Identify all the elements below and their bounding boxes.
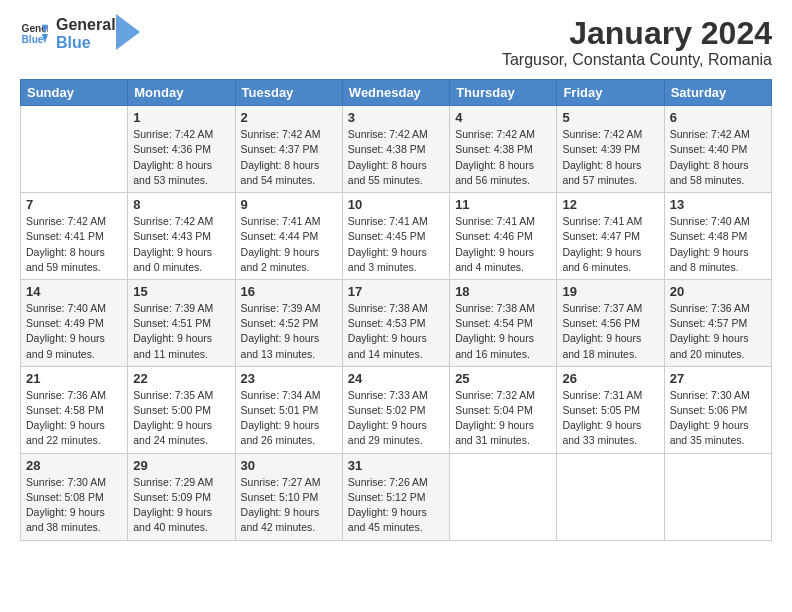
sunrise-text: Sunrise: 7:39 AM <box>241 302 321 314</box>
title-block: January 2024 Targusor, Constanta County,… <box>502 16 772 69</box>
daylight-text: Daylight: 9 hours and 6 minutes. <box>562 246 641 273</box>
sunset-text: Sunset: 5:06 PM <box>670 404 748 416</box>
header-saturday: Saturday <box>664 80 771 106</box>
day-number: 26 <box>562 371 658 386</box>
sunrise-text: Sunrise: 7:30 AM <box>670 389 750 401</box>
table-row <box>557 453 664 540</box>
logo-general: General <box>56 16 116 34</box>
table-row: 4 Sunrise: 7:42 AM Sunset: 4:38 PM Dayli… <box>450 106 557 193</box>
daylight-text: Daylight: 9 hours and 24 minutes. <box>133 419 212 446</box>
sunset-text: Sunset: 5:01 PM <box>241 404 319 416</box>
table-row: 1 Sunrise: 7:42 AM Sunset: 4:36 PM Dayli… <box>128 106 235 193</box>
daylight-text: Daylight: 9 hours and 38 minutes. <box>26 506 105 533</box>
sunrise-text: Sunrise: 7:38 AM <box>348 302 428 314</box>
sunrise-text: Sunrise: 7:32 AM <box>455 389 535 401</box>
day-number: 28 <box>26 458 122 473</box>
daylight-text: Daylight: 9 hours and 8 minutes. <box>670 246 749 273</box>
sunrise-text: Sunrise: 7:42 AM <box>133 215 213 227</box>
table-row: 9 Sunrise: 7:41 AM Sunset: 4:44 PM Dayli… <box>235 193 342 280</box>
day-number: 25 <box>455 371 551 386</box>
table-row: 28 Sunrise: 7:30 AM Sunset: 5:08 PM Dayl… <box>21 453 128 540</box>
sunset-text: Sunset: 4:54 PM <box>455 317 533 329</box>
daylight-text: Daylight: 9 hours and 31 minutes. <box>455 419 534 446</box>
day-number: 19 <box>562 284 658 299</box>
calendar-week-row: 28 Sunrise: 7:30 AM Sunset: 5:08 PM Dayl… <box>21 453 772 540</box>
daylight-text: Daylight: 9 hours and 35 minutes. <box>670 419 749 446</box>
daylight-text: Daylight: 8 hours and 57 minutes. <box>562 159 641 186</box>
table-row: 23 Sunrise: 7:34 AM Sunset: 5:01 PM Dayl… <box>235 366 342 453</box>
table-row: 19 Sunrise: 7:37 AM Sunset: 4:56 PM Dayl… <box>557 279 664 366</box>
calendar-table: Sunday Monday Tuesday Wednesday Thursday… <box>20 79 772 540</box>
sunrise-text: Sunrise: 7:40 AM <box>26 302 106 314</box>
day-number: 10 <box>348 197 444 212</box>
logo-icon: General Blue <box>20 20 48 48</box>
table-row: 7 Sunrise: 7:42 AM Sunset: 4:41 PM Dayli… <box>21 193 128 280</box>
table-row: 8 Sunrise: 7:42 AM Sunset: 4:43 PM Dayli… <box>128 193 235 280</box>
calendar-subtitle: Targusor, Constanta County, Romania <box>502 51 772 69</box>
daylight-text: Daylight: 9 hours and 4 minutes. <box>455 246 534 273</box>
table-row: 18 Sunrise: 7:38 AM Sunset: 4:54 PM Dayl… <box>450 279 557 366</box>
table-row: 26 Sunrise: 7:31 AM Sunset: 5:05 PM Dayl… <box>557 366 664 453</box>
sunrise-text: Sunrise: 7:39 AM <box>133 302 213 314</box>
daylight-text: Daylight: 8 hours and 53 minutes. <box>133 159 212 186</box>
sunset-text: Sunset: 4:37 PM <box>241 143 319 155</box>
day-number: 21 <box>26 371 122 386</box>
table-row: 14 Sunrise: 7:40 AM Sunset: 4:49 PM Dayl… <box>21 279 128 366</box>
sunset-text: Sunset: 4:48 PM <box>670 230 748 242</box>
day-number: 1 <box>133 110 229 125</box>
sunrise-text: Sunrise: 7:26 AM <box>348 476 428 488</box>
daylight-text: Daylight: 9 hours and 26 minutes. <box>241 419 320 446</box>
daylight-text: Daylight: 8 hours and 54 minutes. <box>241 159 320 186</box>
day-number: 5 <box>562 110 658 125</box>
daylight-text: Daylight: 9 hours and 29 minutes. <box>348 419 427 446</box>
logo-triangle <box>116 14 140 50</box>
daylight-text: Daylight: 9 hours and 22 minutes. <box>26 419 105 446</box>
daylight-text: Daylight: 9 hours and 13 minutes. <box>241 332 320 359</box>
daylight-text: Daylight: 8 hours and 56 minutes. <box>455 159 534 186</box>
sunset-text: Sunset: 4:39 PM <box>562 143 640 155</box>
daylight-text: Daylight: 9 hours and 45 minutes. <box>348 506 427 533</box>
sunset-text: Sunset: 4:38 PM <box>348 143 426 155</box>
daylight-text: Daylight: 8 hours and 55 minutes. <box>348 159 427 186</box>
daylight-text: Daylight: 9 hours and 11 minutes. <box>133 332 212 359</box>
table-row: 25 Sunrise: 7:32 AM Sunset: 5:04 PM Dayl… <box>450 366 557 453</box>
logo-blue: Blue <box>56 34 116 52</box>
table-row <box>21 106 128 193</box>
calendar-week-row: 21 Sunrise: 7:36 AM Sunset: 4:58 PM Dayl… <box>21 366 772 453</box>
sunrise-text: Sunrise: 7:41 AM <box>455 215 535 227</box>
day-number: 15 <box>133 284 229 299</box>
table-row: 17 Sunrise: 7:38 AM Sunset: 4:53 PM Dayl… <box>342 279 449 366</box>
table-row <box>664 453 771 540</box>
sunset-text: Sunset: 5:05 PM <box>562 404 640 416</box>
day-number: 30 <box>241 458 337 473</box>
sunset-text: Sunset: 4:57 PM <box>670 317 748 329</box>
sunrise-text: Sunrise: 7:33 AM <box>348 389 428 401</box>
table-row: 3 Sunrise: 7:42 AM Sunset: 4:38 PM Dayli… <box>342 106 449 193</box>
day-number: 2 <box>241 110 337 125</box>
day-number: 12 <box>562 197 658 212</box>
sunset-text: Sunset: 5:00 PM <box>133 404 211 416</box>
table-row: 10 Sunrise: 7:41 AM Sunset: 4:45 PM Dayl… <box>342 193 449 280</box>
day-number: 31 <box>348 458 444 473</box>
daylight-text: Daylight: 9 hours and 18 minutes. <box>562 332 641 359</box>
table-row: 21 Sunrise: 7:36 AM Sunset: 4:58 PM Dayl… <box>21 366 128 453</box>
sunrise-text: Sunrise: 7:35 AM <box>133 389 213 401</box>
table-row: 30 Sunrise: 7:27 AM Sunset: 5:10 PM Dayl… <box>235 453 342 540</box>
sunrise-text: Sunrise: 7:42 AM <box>455 128 535 140</box>
weekday-header-row: Sunday Monday Tuesday Wednesday Thursday… <box>21 80 772 106</box>
calendar-week-row: 14 Sunrise: 7:40 AM Sunset: 4:49 PM Dayl… <box>21 279 772 366</box>
day-number: 14 <box>26 284 122 299</box>
sunrise-text: Sunrise: 7:36 AM <box>26 389 106 401</box>
daylight-text: Daylight: 9 hours and 42 minutes. <box>241 506 320 533</box>
day-number: 17 <box>348 284 444 299</box>
sunset-text: Sunset: 4:58 PM <box>26 404 104 416</box>
table-row: 31 Sunrise: 7:26 AM Sunset: 5:12 PM Dayl… <box>342 453 449 540</box>
sunrise-text: Sunrise: 7:42 AM <box>241 128 321 140</box>
table-row: 16 Sunrise: 7:39 AM Sunset: 4:52 PM Dayl… <box>235 279 342 366</box>
sunrise-text: Sunrise: 7:38 AM <box>455 302 535 314</box>
header-sunday: Sunday <box>21 80 128 106</box>
daylight-text: Daylight: 9 hours and 9 minutes. <box>26 332 105 359</box>
sunset-text: Sunset: 5:10 PM <box>241 491 319 503</box>
table-row: 29 Sunrise: 7:29 AM Sunset: 5:09 PM Dayl… <box>128 453 235 540</box>
sunset-text: Sunset: 4:40 PM <box>670 143 748 155</box>
